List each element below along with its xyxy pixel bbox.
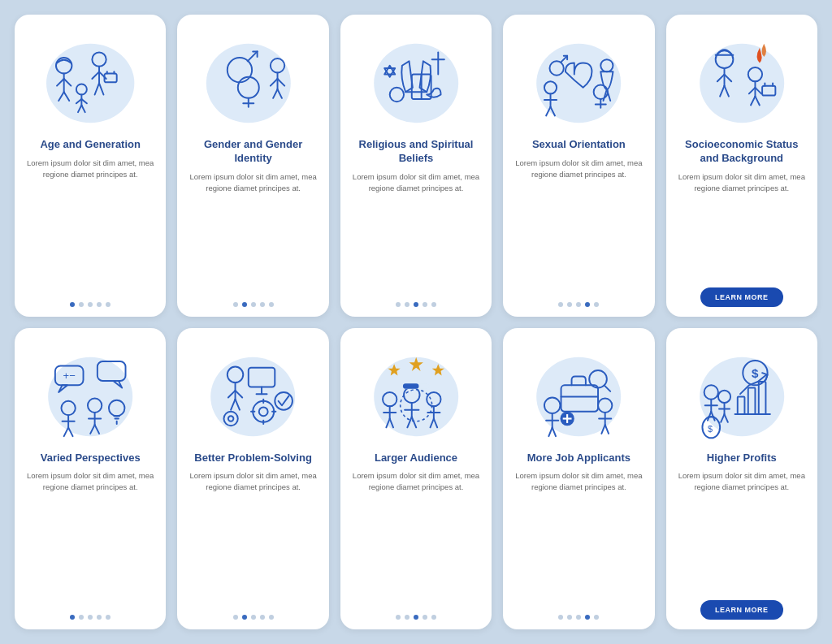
dot [88,615,93,620]
dot [242,302,247,307]
card-problem-solving: Better Problem-Solving Lorem ipsum dolor… [177,328,328,630]
svg-point-115 [374,357,458,436]
card-body: Lorem ipsum dolor sit dim amet, mea regi… [24,470,156,608]
dot [422,615,427,620]
dots-indicator [233,302,274,307]
svg-line-145 [549,427,552,436]
card-larger-audience: Larger Audience Lorem ipsum dolor sit di… [340,328,492,630]
svg-point-78 [48,357,132,436]
card-title: Higher Profits [707,452,777,465]
card-body: Lorem ipsum dolor sit dim amet, mea regi… [513,470,644,608]
dot [251,302,256,307]
dot [396,615,401,620]
svg-text:$: $ [708,423,713,433]
dot [70,615,75,620]
card-body: Lorem ipsum dolor sit dim amet, mea regi… [350,171,482,296]
dot [567,302,572,307]
svg-point-61 [700,44,784,123]
icon-sexual-orientation [513,26,644,132]
card-title: Age and Generation [40,138,141,152]
icon-problem-solving [187,339,318,445]
dots-indicator [70,302,110,307]
dot [558,302,563,307]
icon-higher-profits: $ [676,339,808,445]
dots-indicator [396,615,436,620]
card-body: Lorem ipsum dolor sit dim amet, mea regi… [187,470,318,608]
card-title: Better Problem-Solving [194,452,311,465]
card-title: Larger Audience [375,452,457,465]
icon-age-generation [24,26,156,132]
dot [594,302,599,307]
dot [558,615,563,620]
card-body: Lorem ipsum dolor sit dim amet, mea regi… [513,158,644,296]
card-body: Lorem ipsum dolor sit dim amet, mea regi… [676,171,808,281]
dot [269,615,274,620]
icon-larger-audience [350,339,482,445]
card-higher-profits: $ [666,328,817,630]
dots-indicator [70,615,110,620]
dot [567,615,572,620]
card-body: Lorem ipsum dolor sit dim amet, mea regi… [676,470,808,594]
card-sexual-orientation: Sexual Orientation Lorem ipsum dolor sit… [503,15,654,317]
card-title: Gender and Gender Identity [187,138,318,166]
card-age-generation: Age and Generation Lorem ipsum dolor sit… [15,15,166,317]
dot [431,615,436,620]
dot [79,615,84,620]
dot [414,615,418,620]
dot [405,615,410,620]
card-varied-perspectives: +− V [15,328,166,630]
card-religious-spiritual: Religious and Spiritual Beliefs Lorem ip… [340,15,492,317]
learn-more-button-2[interactable]: LEARN MORE [700,600,783,620]
dots-indicator [233,615,274,620]
dot [79,302,84,307]
dot [242,615,247,620]
dot [97,615,102,620]
dot [260,615,265,620]
dot [414,302,418,307]
svg-text:+−: +− [63,369,76,381]
dot [422,302,427,307]
card-gender-identity: Gender and Gender Identity Lorem ipsum d… [177,15,328,317]
dots-indicator [396,302,436,307]
card-title: Religious and Spiritual Beliefs [350,138,482,166]
card-title: More Job Applicants [527,452,630,465]
learn-more-button[interactable]: LEARN MORE [700,287,783,307]
dot [70,302,75,307]
card-grid: Age and Generation Lorem ipsum dolor sit… [0,0,832,644]
svg-rect-136 [403,383,419,389]
dot [88,302,93,307]
dots-indicator [558,302,599,307]
svg-point-36 [374,44,458,123]
dot [576,302,581,307]
dot [405,302,410,307]
card-title: Varied Perspectives [41,452,141,465]
svg-text:$: $ [752,365,759,379]
card-job-applicants: More Job Applicants Lorem ipsum dolor si… [503,328,654,630]
dot [576,615,581,620]
card-body: Lorem ipsum dolor sit dim amet, mea regi… [24,158,156,296]
dot [106,302,110,307]
dot [396,302,401,307]
dot [260,302,265,307]
dots-indicator [558,615,599,620]
dot [585,302,590,307]
icon-socioeconomic [676,26,808,132]
card-title: Sexual Orientation [532,138,626,152]
card-title: Socioeconomic Status and Background [676,138,808,166]
dot [594,615,599,620]
dot [233,302,238,307]
icon-religious-spiritual [350,26,482,132]
card-body: Lorem ipsum dolor sit dim amet, mea regi… [187,171,318,296]
dot [106,615,110,620]
dot [233,615,238,620]
svg-point-96 [211,357,296,436]
card-body: Lorem ipsum dolor sit dim amet, mea regi… [350,470,482,608]
dot [431,302,436,307]
icon-varied-perspectives: +− [24,339,156,445]
dot [269,302,274,307]
icon-gender-identity [187,26,318,132]
dot [585,615,590,620]
icon-job-applicants [513,339,644,445]
card-socioeconomic: Socioeconomic Status and Background Lore… [666,15,817,317]
dot [97,302,102,307]
